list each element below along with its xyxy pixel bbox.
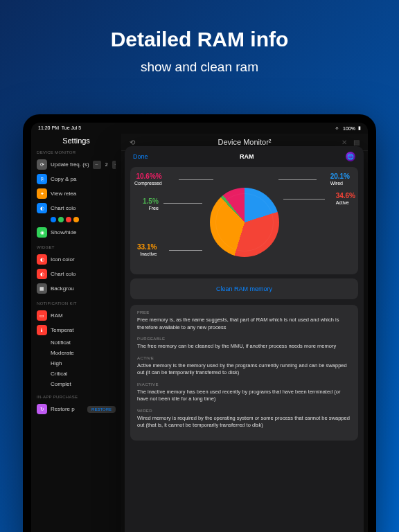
- wifi-icon: ᯤ: [335, 126, 340, 131]
- modal-title: RAM: [240, 153, 254, 160]
- ram-info-card: FREEFree memory is, as the name suggests…: [130, 305, 358, 441]
- info-text: Free memory is, as the name suggests, th…: [137, 317, 351, 331]
- sidebar-item[interactable]: Moderate: [37, 348, 116, 358]
- item-label: Chart colo: [51, 205, 76, 211]
- stepper-plus[interactable]: +: [112, 161, 116, 169]
- sidebar-item[interactable]: ✦View relea: [37, 186, 116, 201]
- screen: 11:20 PM Tue Jul 5 ᯤ100%▮ Settings DEVIC…: [31, 123, 368, 532]
- item-icon: ▦: [37, 283, 47, 294]
- item-label: Complet: [51, 381, 71, 387]
- stepper-value: 2: [103, 162, 111, 167]
- status-date: Tue Jul 5: [62, 125, 82, 130]
- sidebar-item[interactable]: ▦Backgrou: [37, 281, 116, 296]
- pie-chart: [210, 188, 279, 257]
- item-label: Notificat: [51, 339, 71, 346]
- sidebar-item[interactable]: ◐Icon color: [37, 252, 116, 267]
- info-heading: INACTIVE: [137, 382, 351, 387]
- sidebar-item[interactable]: Notificat: [37, 337, 116, 348]
- info-section: FREEFree memory is, as the name suggests…: [137, 310, 351, 331]
- item-label: Update freq. (s): [51, 161, 89, 168]
- info-text: Active memory is the memory used by the …: [137, 362, 351, 377]
- sidebar-item[interactable]: 🌡Temperat: [37, 323, 116, 337]
- info-section: PURGEABLEThe free memory can be cleaned …: [137, 337, 351, 351]
- sidebar-item[interactable]: ◐Chart colo: [37, 201, 116, 215]
- stepper[interactable]: −2+: [93, 161, 116, 169]
- sidebar-item[interactable]: ◉Show/hide: [37, 225, 116, 240]
- item-icon: ↻: [37, 404, 47, 414]
- sidebar-item[interactable]: ⎘Copy & pa: [37, 172, 116, 186]
- info-text: Wired memory is required by the operatin…: [137, 415, 351, 429]
- item-label: Copy & pa: [51, 176, 76, 182]
- label-inactive: 33.1%Inactive: [137, 243, 157, 258]
- item-icon: ◐: [37, 254, 47, 265]
- info-heading: FREE: [137, 310, 351, 314]
- status-bar: 11:20 PM Tue Jul 5 ᯤ100%▮: [31, 123, 368, 134]
- clean-ram-button[interactable]: Clean RAM memory: [216, 285, 272, 292]
- hero-title: Detailed RAM info: [14, 28, 385, 51]
- color-dots[interactable]: [37, 215, 116, 225]
- info-heading: PURGEABLE: [137, 337, 351, 341]
- color-dot[interactable]: [66, 217, 71, 222]
- item-label: Show/hide: [51, 229, 76, 236]
- modal-body[interactable]: 10.6%%Compressed 20.1%Wired 34.6%Active …: [125, 167, 364, 532]
- battery-pct: 100%: [343, 126, 355, 131]
- sidebar-item[interactable]: ▭RAM: [37, 308, 116, 323]
- item-label: Chart colo: [51, 271, 76, 277]
- app-title: Device Monitor²: [218, 138, 271, 146]
- item-icon: ▭: [37, 310, 47, 321]
- sidebar-item[interactable]: Critical: [37, 369, 116, 379]
- sidebar-item[interactable]: Complet: [37, 379, 116, 389]
- sidebar-title: Settings: [37, 136, 116, 145]
- color-dot[interactable]: [73, 217, 79, 222]
- modal-header: Done RAM 🌐: [125, 146, 364, 167]
- done-button[interactable]: Done: [133, 153, 148, 160]
- group-label: WIDGET: [37, 245, 116, 249]
- leader-line: [169, 250, 202, 251]
- restore-button[interactable]: RESTORE: [87, 406, 116, 413]
- label-wired: 20.1%Wired: [330, 172, 350, 187]
- info-heading: ACTIVE: [137, 356, 351, 360]
- color-dot[interactable]: [58, 217, 64, 222]
- doc-icon[interactable]: ▤: [353, 139, 360, 146]
- tablet-frame: 11:20 PM Tue Jul 5 ᯤ100%▮ Settings DEVIC…: [23, 114, 376, 532]
- item-icon: ◉: [37, 227, 47, 238]
- sidebar-item[interactable]: ⟳Update freq. (s)−2+: [37, 157, 116, 172]
- item-label: Critical: [51, 371, 67, 377]
- item-label: Backgrou: [51, 285, 74, 292]
- stepper-minus[interactable]: −: [93, 161, 101, 169]
- label-compressed: 10.6%%Compressed: [134, 172, 162, 187]
- leader-line: [179, 179, 213, 180]
- leader-line: [283, 199, 325, 200]
- sidebar-item[interactable]: ◐Chart colo: [37, 267, 116, 281]
- settings-sidebar: Settings DEVICE MONITOR⟳Update freq. (s)…: [31, 134, 121, 532]
- item-label: High: [51, 360, 62, 366]
- item-label: RAM: [51, 312, 63, 319]
- sidebar-item[interactable]: ↻Restore pRESTORE: [37, 402, 116, 416]
- battery-icon: ▮: [358, 125, 361, 131]
- item-label: Moderate: [51, 350, 74, 356]
- group-label: DEVICE MONITOR: [37, 150, 116, 154]
- hero-subtitle: show and clean ram: [14, 60, 385, 75]
- info-text: The free memory can be cleaned by the MM…: [137, 343, 351, 351]
- clean-ram-card[interactable]: Clean RAM memory: [130, 278, 358, 299]
- info-text: The inactive memory has been used recent…: [137, 389, 351, 403]
- item-label: Icon color: [51, 256, 75, 263]
- item-icon: ✦: [37, 188, 47, 199]
- label-active: 34.6%Active: [336, 192, 355, 206]
- leader-line: [278, 179, 317, 180]
- info-section: WIREDWired memory is required by the ope…: [137, 409, 351, 429]
- globe-icon[interactable]: 🌐: [346, 152, 355, 161]
- info-heading: WIRED: [137, 409, 351, 413]
- tools-icon[interactable]: ✕: [342, 139, 347, 146]
- group-label: IN-APP PURCHASE: [37, 395, 116, 399]
- leader-line: [163, 203, 202, 204]
- status-time: 11:20 PM: [38, 125, 59, 130]
- sidebar-item[interactable]: High: [37, 358, 116, 369]
- item-label: Temperat: [51, 327, 73, 333]
- hero: Detailed RAM info show and clean ram: [0, 0, 399, 89]
- history-icon[interactable]: ⟲: [130, 139, 135, 146]
- color-dot[interactable]: [51, 217, 56, 222]
- item-icon: ⟳: [37, 159, 47, 170]
- item-icon: ⎘: [37, 174, 47, 184]
- item-icon: ◐: [37, 269, 47, 279]
